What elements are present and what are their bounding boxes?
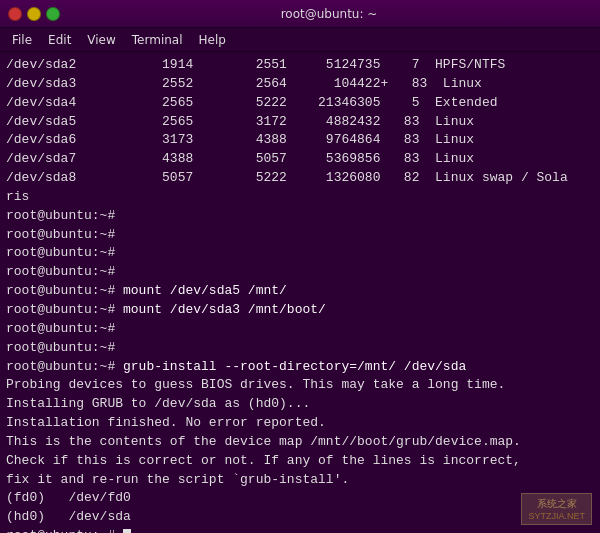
terminal-line: /dev/sda3 2552 2564 104422+ 83 Linux: [6, 75, 594, 94]
minimize-button[interactable]: [27, 7, 41, 21]
terminal-output: /dev/sda2 1914 2551 5124735 7 HPFS/NTFS/…: [6, 56, 594, 533]
close-button[interactable]: [8, 7, 22, 21]
menubar-item-edit[interactable]: Edit: [40, 31, 79, 49]
terminal-line: /dev/sda5 2565 3172 4882432 83 Linux: [6, 113, 594, 132]
terminal-line: root@ubuntu:~#: [6, 527, 594, 533]
watermark: 系统之家 SYTZJIA.NET: [521, 493, 592, 525]
terminal-line: root@ubuntu:~# mount /dev/sda5 /mnt/: [6, 282, 594, 301]
terminal-line: Installing GRUB to /dev/sda as (hd0)...: [6, 395, 594, 414]
terminal-cursor: [123, 529, 131, 533]
terminal-line: root@ubuntu:~#: [6, 244, 594, 263]
terminal-line: root@ubuntu:~# grub-install --root-direc…: [6, 358, 594, 377]
terminal-line: Installation finished. No error reported…: [6, 414, 594, 433]
terminal-line: root@ubuntu:~#: [6, 207, 594, 226]
terminal-line: root@ubuntu:~#: [6, 226, 594, 245]
menubar-item-file[interactable]: File: [4, 31, 40, 49]
terminal-line: Probing devices to guess BIOS drives. Th…: [6, 376, 594, 395]
terminal-line: root@ubuntu:~#: [6, 320, 594, 339]
watermark-line1: 系统之家: [528, 497, 585, 511]
terminal-line: root@ubuntu:~#: [6, 339, 594, 358]
terminal-line: This is the contents of the device map /…: [6, 433, 594, 452]
terminal-line: /dev/sda8 5057 5222 1326080 82 Linux swa…: [6, 169, 594, 188]
terminal-line: fix it and re-run the script `grub-insta…: [6, 471, 594, 490]
titlebar-buttons: [8, 7, 60, 21]
menubar-item-terminal[interactable]: Terminal: [124, 31, 191, 49]
terminal-line: /dev/sda2 1914 2551 5124735 7 HPFS/NTFS: [6, 56, 594, 75]
terminal-line: root@ubuntu:~# mount /dev/sda3 /mnt/boot…: [6, 301, 594, 320]
terminal-line: (hd0) /dev/sda: [6, 508, 594, 527]
terminal-line: (fd0) /dev/fd0: [6, 489, 594, 508]
window-title: root@ubuntu: ~: [66, 7, 592, 21]
terminal[interactable]: /dev/sda2 1914 2551 5124735 7 HPFS/NTFS/…: [0, 52, 600, 533]
maximize-button[interactable]: [46, 7, 60, 21]
watermark-line2: SYTZJIA.NET: [528, 511, 585, 521]
menubar-item-view[interactable]: View: [79, 31, 123, 49]
terminal-line: /dev/sda6 3173 4388 9764864 83 Linux: [6, 131, 594, 150]
menubar-item-help[interactable]: Help: [191, 31, 234, 49]
terminal-line: ris: [6, 188, 594, 207]
menubar: FileEditViewTerminalHelp: [0, 28, 600, 52]
titlebar: root@ubuntu: ~: [0, 0, 600, 28]
terminal-line: /dev/sda4 2565 5222 21346305 5 Extended: [6, 94, 594, 113]
terminal-line: /dev/sda7 4388 5057 5369856 83 Linux: [6, 150, 594, 169]
terminal-line: root@ubuntu:~#: [6, 263, 594, 282]
terminal-line: Check if this is correct or not. If any …: [6, 452, 594, 471]
